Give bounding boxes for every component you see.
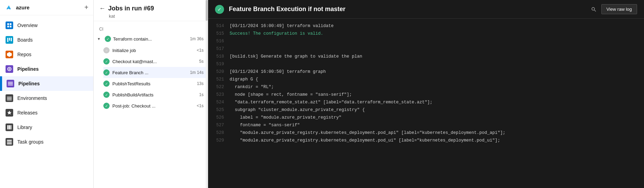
sub-job-status-publish-build: ✓ (103, 92, 110, 98)
line-number: 526 (214, 114, 224, 121)
sub-job-publish-build[interactable]: ✓ PublishBuildArtifacts 1s (103, 89, 208, 100)
svg-rect-9 (8, 83, 13, 84)
sub-job-post-job[interactable]: ✓ Post-job: Checkout ... <1s (103, 100, 208, 111)
svg-rect-15 (9, 125, 10, 129)
line-number: 529 (214, 137, 224, 144)
sub-job-status-feature: ✓ (103, 69, 110, 76)
svg-rect-11 (7, 97, 12, 97)
sidebar-item-pipelines-header[interactable]: Pipelines (0, 62, 93, 76)
line-number: 523 (214, 91, 224, 98)
run-subtitle: kat (99, 14, 202, 19)
back-button[interactable]: ← (99, 5, 105, 12)
add-button[interactable]: + (84, 3, 88, 11)
sub-job-name-feature: Feature Branch ... (112, 70, 187, 75)
sub-job-init[interactable]: ○ Initialize job <1s (103, 45, 208, 56)
ci-label: CI (94, 24, 208, 33)
log-title: Feature Branch Execution if not master (229, 6, 586, 13)
line-number: 521 (214, 76, 224, 83)
sidebar-item-releases[interactable]: Releases (0, 105, 93, 120)
svg-rect-3 (10, 26, 11, 27)
svg-rect-18 (7, 142, 12, 143)
sub-job-duration-post-job: <1s (197, 103, 204, 108)
line-content: fontname = "sans-serif" (230, 122, 300, 129)
svg-rect-14 (7, 125, 9, 129)
line-number: 528 (214, 129, 224, 136)
log-status-icon: ✓ (215, 5, 224, 14)
log-line: 524 "data.terraform_remote_state.azt" [l… (208, 99, 644, 106)
sidebar-item-label-taskgroups: Task groups (17, 139, 43, 145)
line-content: label = "module.azure_private_registry" (230, 114, 342, 121)
line-content: rankdir = "RL"; (230, 84, 274, 91)
log-line: 518[build.tsk] Generate the graph to val… (208, 53, 644, 60)
sub-job-feature[interactable]: ✓ Feature Branch ... 1m 14s (103, 67, 208, 78)
sidebar-item-taskgroups[interactable]: Task groups (0, 135, 93, 149)
run-title: Jobs in run #69 (108, 5, 154, 12)
job-group-status-icon: ✓ (105, 36, 111, 42)
svg-rect-4 (7, 38, 8, 42)
view-raw-log-button[interactable]: View raw log (601, 4, 637, 14)
log-line: 514[03/11/2024 16:00:49] terraform valid… (208, 22, 644, 30)
log-line: 525 subgraph "cluster_module.azure_priva… (208, 106, 644, 114)
scrollbar-thumb[interactable] (206, 0, 208, 21)
sub-job-status-checkout: ✓ (103, 58, 110, 65)
svg-rect-1 (10, 23, 11, 25)
line-number: 518 (214, 53, 224, 60)
sub-job-duration-publish-build: 1s (199, 92, 204, 97)
job-group-header[interactable]: ▾ ✓ Terraform contain... 1m 36s (94, 33, 208, 45)
line-number: 520 (214, 68, 224, 75)
sidebar-item-label-library: Library (17, 125, 32, 130)
scrollbar-track[interactable] (206, 0, 208, 188)
sidebar-item-environments[interactable]: Environments (0, 91, 93, 105)
sub-job-name-checkout: Checkout kat@mast... (112, 59, 196, 64)
line-content: digraph G { (230, 76, 258, 83)
log-line-empty: 519 (208, 60, 644, 68)
line-content (230, 45, 232, 52)
line-number: 527 (214, 122, 224, 129)
log-panel: ✓ Feature Branch Execution if not master… (208, 0, 644, 188)
line-content: node [shape = rect, fontname = "sans-ser… (230, 91, 352, 98)
sub-job-duration-publish-test: 13s (197, 81, 204, 86)
sub-job-publish-test[interactable]: ✓ PublishTestResults 13s (103, 78, 208, 89)
line-content: subgraph "cluster_module.azure_private_r… (230, 106, 365, 113)
sub-job-checkout[interactable]: ✓ Checkout kat@mast... 5s (103, 56, 208, 67)
job-group-terraform: ▾ ✓ Terraform contain... 1m 36s ○ Initia… (94, 33, 208, 111)
library-icon (6, 123, 13, 131)
line-number: 519 (214, 61, 224, 68)
svg-rect-5 (9, 38, 10, 41)
svg-rect-8 (8, 82, 13, 83)
sidebar-item-label-overview: Overview (17, 23, 37, 28)
sidebar-nav: Overview Boards Repos Pipelines (0, 15, 93, 188)
overview-icon (6, 22, 13, 29)
pipelines-header-icon (6, 65, 13, 73)
log-line: 522 rankdir = "RL"; (208, 83, 644, 91)
sidebar-item-overview[interactable]: Overview (0, 18, 93, 33)
azure-logo-icon (5, 4, 12, 11)
sidebar-item-boards[interactable]: Boards (0, 33, 93, 47)
log-line: 515Success! The configuration is valid. (208, 30, 644, 37)
sub-job-status-publish-test: ✓ (103, 80, 110, 87)
sidebar-item-repos[interactable]: Repos (0, 47, 93, 62)
svg-point-20 (592, 7, 594, 10)
log-line-empty: 517 (208, 45, 644, 53)
line-number: 516 (214, 38, 224, 45)
middle-header: ← Jobs in run #69 kat (94, 0, 208, 21)
svg-rect-0 (7, 23, 9, 25)
sidebar-item-library[interactable]: Library (0, 120, 93, 135)
log-line: 521digraph G { (208, 76, 644, 83)
search-button[interactable] (591, 7, 596, 12)
line-number: 525 (214, 106, 224, 113)
log-header: ✓ Feature Branch Execution if not master… (208, 0, 644, 19)
sidebar-item-pipelines[interactable]: Pipelines (0, 76, 93, 91)
line-number: 517 (214, 45, 224, 52)
line-content: "module.azure_private_registry.kubernete… (230, 137, 500, 144)
sub-job-name-post-job: Post-job: Checkout ... (112, 103, 194, 109)
pipelines-icon (7, 80, 14, 87)
log-line: 520[03/11/2024 16:00:50] terraform graph (208, 68, 644, 76)
taskgroups-icon (6, 138, 13, 146)
jobs-list: CI ▾ ✓ Terraform contain... 1m 36s ○ Ini… (94, 21, 208, 188)
releases-icon (6, 109, 13, 117)
environments-icon (6, 94, 13, 102)
sub-jobs-list: ○ Initialize job <1s ✓ Checkout kat@mast… (94, 45, 208, 111)
svg-rect-13 (7, 100, 12, 100)
svg-rect-19 (7, 143, 12, 144)
